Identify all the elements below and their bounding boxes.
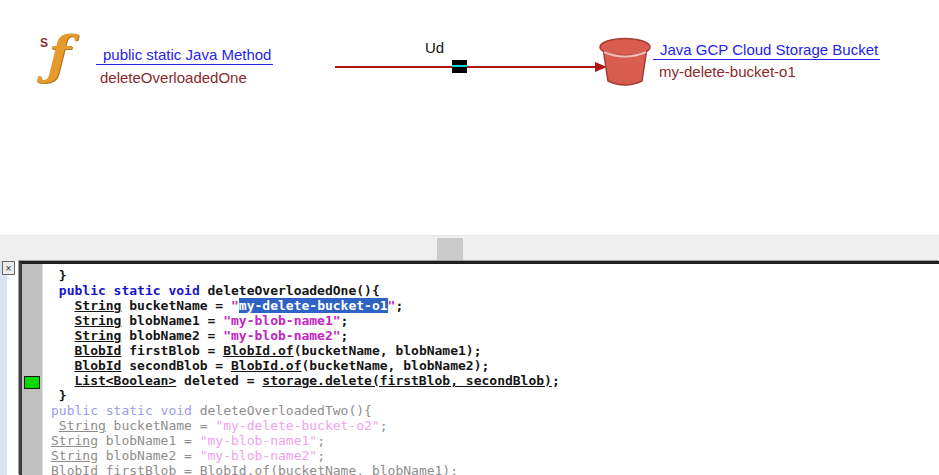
code-token: ;: [317, 448, 325, 463]
bucket-icon: [596, 35, 654, 90]
code-token: [51, 418, 59, 433]
code-token: }: [51, 388, 67, 403]
code-link[interactable]: BlobId.of: [200, 463, 270, 475]
code-line[interactable]: BlobId secondBlob = BlobId.of(bucketName…: [51, 358, 939, 373]
code-token: "my-blob-name1": [223, 313, 340, 328]
code-token: ;: [317, 433, 325, 448]
code-token: [51, 358, 74, 373]
code-token: [51, 343, 74, 358]
code-token: blobName2 =: [121, 328, 223, 343]
code-link[interactable]: String: [51, 433, 98, 448]
code-token: ;: [552, 373, 560, 388]
code-token: secondBlob =: [121, 358, 231, 373]
code-link[interactable]: BlobId.of: [231, 358, 301, 373]
code-token: blobName1 =: [121, 313, 223, 328]
code-token: "my-delete-bucket-o2": [215, 418, 379, 433]
code-token: }: [51, 268, 67, 283]
code-token: ;: [380, 418, 388, 433]
code-link[interactable]: BlobId: [74, 358, 121, 373]
code-link[interactable]: storage.delete(firstBlob, secondBlob): [262, 373, 552, 388]
code-token: firstBlob =: [121, 343, 223, 358]
code-token: [51, 313, 74, 328]
code-token: public static void: [51, 403, 192, 418]
code-token: public static void: [51, 283, 200, 298]
code-line[interactable]: String blobName1 = "my-blob-name1";: [51, 433, 939, 448]
code-token: ;: [341, 313, 349, 328]
code-token: firstBlob =: [98, 463, 200, 475]
code-line[interactable]: BlobId firstBlob = BlobId.of(bucketName,…: [51, 463, 939, 475]
edge-handle[interactable]: [452, 60, 467, 73]
code-token: (bucketName, blobName1);: [294, 343, 482, 358]
code-link[interactable]: String: [74, 298, 121, 313]
code-lines[interactable]: } public static void deleteOverloadedOne…: [43, 264, 939, 475]
horizontal-scrollbar-track[interactable]: [0, 235, 939, 261]
code-line[interactable]: String blobName1 = "my-blob-name1";: [51, 313, 939, 328]
breakpoint-marker[interactable]: [24, 376, 40, 389]
function-icon: ƒ: [44, 26, 66, 84]
code-line[interactable]: BlobId firstBlob = BlobId.of(bucketName,…: [51, 343, 939, 358]
scrollbar-thumb[interactable]: [437, 238, 463, 261]
code-line[interactable]: String blobName2 = "my-blob-name2";: [51, 448, 939, 463]
code-panel: } public static void deleteOverloadedOne…: [19, 261, 939, 475]
code-link[interactable]: BlobId.of: [223, 343, 293, 358]
edge-label: Ud: [425, 39, 444, 56]
code-token: bucketName =: [106, 418, 216, 433]
code-line[interactable]: public static void deleteOverloadedOne()…: [51, 283, 939, 298]
code-token: bucketName =: [121, 298, 231, 313]
code-token: ": [231, 298, 239, 313]
code-line[interactable]: }: [51, 388, 939, 403]
method-node-name: deleteOverloadedOne: [100, 69, 247, 86]
code-line[interactable]: }: [51, 268, 939, 283]
code-token: "my-blob-name2": [223, 328, 340, 343]
code-line[interactable]: List<Boolean> deleted = storage.delete(f…: [51, 373, 939, 388]
code-token: [51, 298, 74, 313]
code-token: ;: [341, 328, 349, 343]
code-line[interactable]: String blobName2 = "my-blob-name2";: [51, 328, 939, 343]
left-edge-strip: [0, 261, 7, 475]
diagram-canvas[interactable]: ƒ S public static Java Method deleteOver…: [0, 0, 939, 235]
edge-handle-midline: [452, 65, 467, 67]
code-token: "my-blob-name2": [200, 448, 317, 463]
code-token: (bucketName, blobName2);: [301, 358, 489, 373]
code-link[interactable]: String: [51, 448, 98, 463]
method-node-title-link[interactable]: public static Java Method: [96, 46, 273, 65]
code-line[interactable]: String bucketName = "my-delete-bucket-o2…: [51, 418, 939, 433]
code-token: [51, 328, 74, 343]
code-token: deleteOverloadedOne(){: [200, 283, 380, 298]
selected-text: my-delete-bucket-o1: [239, 298, 388, 313]
code-token: [51, 373, 74, 388]
close-button[interactable]: ×: [2, 261, 15, 275]
bucket-node-name: my-delete-bucket-o1: [659, 63, 796, 80]
code-token: deleteOverloadedTwo(){: [192, 403, 372, 418]
code-token: blobName1 =: [98, 433, 200, 448]
code-gutter[interactable]: [22, 264, 43, 475]
code-link[interactable]: BlobId: [51, 463, 98, 475]
code-token: (bucketName, blobName1);: [270, 463, 458, 475]
code-link[interactable]: List<Boolean>: [74, 373, 176, 388]
code-token: blobName2 =: [98, 448, 200, 463]
code-link[interactable]: String: [59, 418, 106, 433]
code-line[interactable]: String bucketName = "my-delete-bucket-o1…: [51, 298, 939, 313]
static-badge: S: [40, 36, 48, 50]
code-line[interactable]: public static void deleteOverloadedTwo()…: [51, 403, 939, 418]
code-token: "my-blob-name1": [200, 433, 317, 448]
code-token: ;: [395, 298, 403, 313]
code-link[interactable]: String: [74, 313, 121, 328]
code-token: deleted =: [176, 373, 262, 388]
code-link[interactable]: String: [74, 328, 121, 343]
bucket-node-title-link[interactable]: Java GCP Cloud Storage Bucket: [653, 41, 880, 60]
code-link[interactable]: BlobId: [74, 343, 121, 358]
java-static-method-icon: ƒ S: [38, 30, 88, 88]
